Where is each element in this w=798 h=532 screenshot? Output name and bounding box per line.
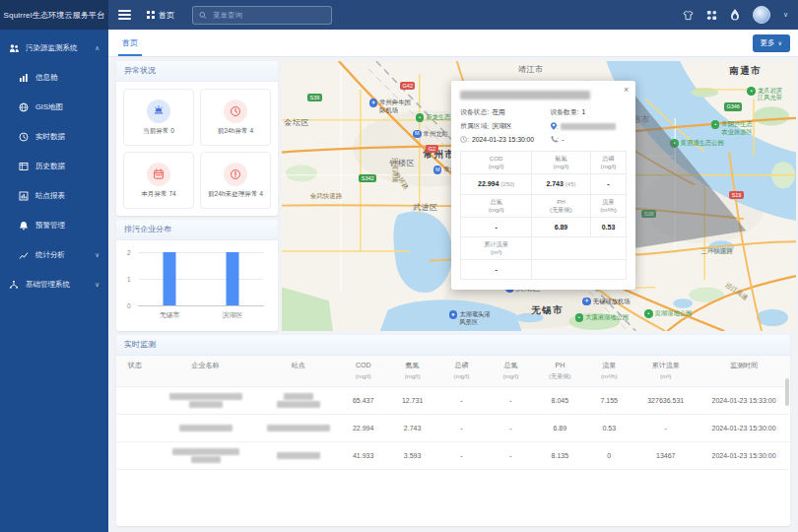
sidebar-item-warning-management[interactable]: 预警管理 bbox=[0, 211, 108, 240]
chart-bar bbox=[164, 252, 176, 305]
anomaly-card: 本月异常 74 bbox=[123, 152, 194, 209]
breadcrumb-label: 首页 bbox=[159, 10, 174, 21]
metric-name: 氨氮(mg/l) bbox=[532, 151, 591, 173]
road-badge: S39 bbox=[307, 94, 322, 101]
popup-pointer bbox=[516, 282, 528, 294]
skin-icon[interactable] bbox=[683, 10, 694, 21]
app-logo: Squirrel生态环境云服务平台 bbox=[0, 0, 108, 30]
poi-g-icon: • bbox=[575, 313, 584, 322]
column-header: 状态 bbox=[116, 356, 154, 386]
sidebar-item-pollution-monitoring-system[interactable]: 污染源监测系统∧ bbox=[0, 33, 108, 63]
poi-air-icon: ✈ bbox=[582, 298, 591, 306]
sidebar-item-label: 统计分析 bbox=[35, 250, 65, 260]
anomaly-card-label: 本月异常 74 bbox=[141, 190, 176, 199]
poi-g-icon: • bbox=[416, 113, 425, 122]
sidebar-item-label: 基础管理系统 bbox=[26, 280, 70, 290]
column-header: 累计流量(m³) bbox=[633, 356, 698, 386]
breadcrumb[interactable]: 首页 bbox=[147, 10, 174, 21]
region-field: 所属区域 滨湖区 bbox=[460, 121, 550, 131]
metric-name: 总氮(mg/l) bbox=[461, 194, 532, 217]
close-icon[interactable]: × bbox=[624, 85, 629, 95]
tab-home[interactable]: 首页 bbox=[116, 30, 144, 56]
cell-value: 7.155 bbox=[584, 397, 633, 404]
clock-icon bbox=[224, 100, 247, 123]
exclamation-icon bbox=[224, 163, 247, 186]
redacted-text bbox=[179, 425, 233, 432]
sidebar-item-label: 信息舱 bbox=[35, 73, 58, 83]
table-scrollbar[interactable] bbox=[785, 378, 789, 406]
more-button[interactable]: 更多 ∨ bbox=[753, 34, 790, 52]
table-row[interactable]: 65.43712.731--8.0457.155327636.5312024-0… bbox=[116, 387, 790, 415]
sidebar-item-site-report[interactable]: 站点报表 bbox=[0, 181, 108, 211]
hamburger-menu-icon[interactable] bbox=[118, 10, 131, 20]
tab-bar: 首页 更多 ∨ bbox=[108, 30, 798, 57]
sidebar-item-realtime-data[interactable]: 实时数据 bbox=[0, 122, 108, 152]
column-header: 站点 bbox=[258, 356, 339, 386]
column-header: COD(mg/l) bbox=[339, 356, 388, 386]
redacted-text bbox=[284, 393, 313, 400]
anomaly-card: 前24h异常 4 bbox=[200, 89, 271, 146]
metric-name: 累计流量(m³) bbox=[461, 236, 532, 259]
redacted-text bbox=[169, 393, 242, 400]
main-area: 首页 更多 ∨ 异常状况 当前异常 0前24h异常 4本月异常 74前24h未处… bbox=[108, 30, 798, 532]
metric-value: - bbox=[461, 217, 532, 236]
metric-value: 2.743 (45) bbox=[532, 173, 591, 194]
time-field: 2024-01-23 15:30:00 bbox=[460, 136, 550, 143]
cell-value: 2024-01-23 15:33:00 bbox=[698, 397, 790, 404]
column-header: PH(无量纲) bbox=[535, 356, 584, 386]
metric-name: COD(mg/l) bbox=[461, 151, 532, 173]
chevron-down-icon[interactable]: ∨ bbox=[783, 11, 788, 19]
column-header: 监测时间 bbox=[698, 356, 790, 386]
cell-value: - bbox=[486, 452, 535, 459]
chart-ytick: 1 bbox=[127, 276, 131, 283]
flame-icon[interactable] bbox=[730, 9, 740, 21]
column-header: 总磷(mg/l) bbox=[437, 356, 487, 386]
road-badge: S19 bbox=[729, 191, 744, 199]
sidebar-item-gis-map[interactable]: GIS地图 bbox=[0, 93, 108, 122]
cell-value: - bbox=[437, 397, 487, 404]
menu-search[interactable] bbox=[192, 6, 332, 25]
column-header: 企业名称 bbox=[154, 356, 258, 386]
avatar[interactable] bbox=[753, 6, 770, 24]
road-badge: G346 bbox=[724, 102, 742, 110]
distribution-panel: 排污企业分布 012无锡市滨湖区 bbox=[116, 220, 278, 331]
anomaly-card-label: 当前异常 0 bbox=[143, 127, 174, 136]
cell-site bbox=[258, 424, 339, 433]
clock-icon bbox=[19, 132, 29, 142]
left-column: 异常状况 当前异常 0前24h异常 4本月异常 74前24h未处理异常 4 排污… bbox=[116, 61, 278, 331]
chevron-down-icon: ∨ bbox=[95, 281, 100, 289]
table-row[interactable]: 41.9333.593--8.1350134672024-01-23 15:30… bbox=[116, 442, 790, 470]
map-label: 三环快速路 bbox=[700, 247, 733, 254]
redacted-text bbox=[277, 401, 320, 408]
table-row[interactable]: 22.9942.743--6.890.53-2024-01-23 15:30:0… bbox=[116, 415, 790, 442]
chart-category-label: 无锡市 bbox=[160, 310, 179, 320]
cell-value: - bbox=[486, 397, 535, 404]
cell-value: 6.89 bbox=[535, 425, 584, 432]
sidebar-item-history-data[interactable]: 历史数据 bbox=[0, 152, 108, 181]
map-label: 武进区 bbox=[413, 203, 438, 212]
cell-value: 22.994 bbox=[339, 425, 388, 432]
cell-value: 2024-01-23 15:30:00 bbox=[698, 452, 790, 459]
location-pin-icon bbox=[551, 122, 557, 130]
device-status-field: 设备状态 在用 bbox=[460, 107, 550, 117]
clock-icon bbox=[460, 136, 467, 143]
metric-name: 流量(m³/h) bbox=[590, 194, 627, 217]
redacted-text bbox=[191, 456, 221, 463]
phone-icon bbox=[551, 136, 558, 143]
sidebar-item-statistics-analysis[interactable]: 统计分析∨ bbox=[0, 240, 108, 270]
cell-site bbox=[258, 451, 339, 461]
map-label: 江宜高速 bbox=[391, 158, 398, 183]
report-icon bbox=[19, 191, 29, 201]
sidebar-item-info-cabin[interactable]: 信息舱 bbox=[0, 63, 108, 93]
fullscreen-icon[interactable] bbox=[706, 10, 717, 21]
search-input[interactable] bbox=[211, 10, 325, 21]
redacted-text bbox=[277, 452, 320, 459]
sidebar-item-basic-management-system[interactable]: 基础管理系统∨ bbox=[0, 270, 108, 299]
sidebar-item-label: 站点报表 bbox=[35, 191, 65, 201]
metric-name: 总磷(mg/l) bbox=[590, 151, 627, 173]
cell-value: 2024-01-23 15:30:00 bbox=[698, 425, 790, 432]
map-label: ●太湖鼋头渚风景区 bbox=[449, 310, 495, 324]
gis-map[interactable]: × 设备状态 在用 设备数量 1 所属区域 滨湖区 bbox=[282, 61, 796, 331]
base-icon bbox=[9, 280, 19, 290]
chart-ytick: 0 bbox=[127, 302, 131, 309]
